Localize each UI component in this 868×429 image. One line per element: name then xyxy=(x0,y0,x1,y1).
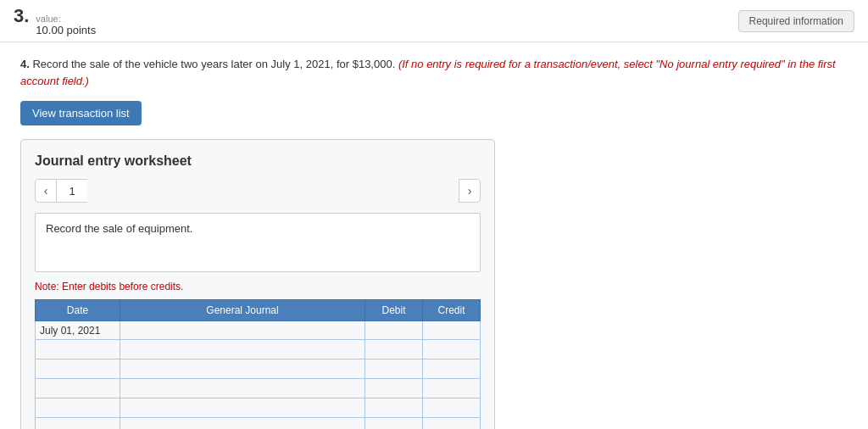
credit-cell xyxy=(423,398,481,418)
question-number: 3. xyxy=(14,5,29,27)
credit-input[interactable] xyxy=(423,379,480,398)
worksheet-container: Journal entry worksheet ‹ 1 › Record the… xyxy=(20,139,495,429)
points-info: value: 10.00 points xyxy=(36,14,96,36)
general-journal-input[interactable] xyxy=(120,398,364,417)
date-cell xyxy=(36,398,120,418)
top-bar-left: 3. value: 10.00 points xyxy=(14,5,96,36)
credit-cell xyxy=(423,321,481,340)
debit-input[interactable] xyxy=(365,340,422,359)
debit-input[interactable] xyxy=(365,359,422,378)
table-row xyxy=(36,379,481,398)
table-row xyxy=(36,340,481,359)
debit-cell xyxy=(365,398,423,418)
credit-input[interactable] xyxy=(423,321,480,339)
debit-input[interactable] xyxy=(365,398,422,417)
prev-page-button[interactable]: ‹ xyxy=(35,179,57,203)
value-label: value: xyxy=(36,14,96,24)
worksheet-title: Journal entry worksheet xyxy=(35,153,481,169)
date-input[interactable] xyxy=(40,420,115,429)
instruction-text: 4. Record the sale of the vehicle two ye… xyxy=(20,56,848,89)
main-content: 4. Record the sale of the vehicle two ye… xyxy=(0,42,868,429)
credit-cell xyxy=(423,359,481,379)
date-cell xyxy=(36,418,120,430)
col-header-debit: Debit xyxy=(365,300,423,321)
general-journal-cell xyxy=(120,321,365,340)
general-journal-input[interactable] xyxy=(120,379,364,398)
general-journal-cell xyxy=(120,398,365,418)
date-cell xyxy=(36,379,120,398)
date-input[interactable] xyxy=(40,400,115,415)
debit-input[interactable] xyxy=(365,379,422,398)
general-journal-cell xyxy=(120,418,365,430)
credit-input[interactable] xyxy=(423,359,480,378)
date-cell xyxy=(36,340,120,359)
table-row xyxy=(36,359,481,379)
top-bar: 3. value: 10.00 points Required informat… xyxy=(0,0,868,42)
general-journal-input[interactable] xyxy=(120,340,364,359)
col-header-date: Date xyxy=(36,300,120,321)
col-header-general: General Journal xyxy=(120,300,365,321)
description-box: Record the sale of equipment. xyxy=(35,213,481,272)
credit-cell xyxy=(423,379,481,398)
credit-cell xyxy=(423,340,481,359)
date-cell xyxy=(36,359,120,379)
note-text: Note: Enter debits before credits. xyxy=(35,281,481,292)
credit-cell xyxy=(423,418,481,430)
col-header-credit: Credit xyxy=(423,300,481,321)
credit-input[interactable] xyxy=(423,398,480,417)
journal-table: Date General Journal Debit Credit July 0… xyxy=(35,299,481,429)
debit-input[interactable] xyxy=(365,321,422,339)
general-journal-cell xyxy=(120,340,365,359)
table-row: July 01, 2021 xyxy=(36,321,481,340)
date-input[interactable] xyxy=(40,361,115,376)
points-value: 10.00 points xyxy=(36,24,96,36)
date-cell: July 01, 2021 xyxy=(36,321,120,340)
page-number: 1 xyxy=(57,179,87,203)
debit-cell xyxy=(365,359,423,379)
credit-input[interactable] xyxy=(423,340,480,359)
instruction-body: Record the sale of the vehicle two years… xyxy=(32,58,395,70)
general-journal-input[interactable] xyxy=(120,359,364,378)
debit-cell xyxy=(365,379,423,398)
required-information-button[interactable]: Required information xyxy=(738,10,854,32)
debit-input[interactable] xyxy=(365,418,422,429)
debit-cell xyxy=(365,340,423,359)
instruction-number: 4. xyxy=(20,58,30,70)
nav-row: ‹ 1 › xyxy=(35,179,481,203)
general-journal-cell xyxy=(120,359,365,379)
general-journal-input[interactable] xyxy=(120,321,364,339)
debit-cell xyxy=(365,418,423,430)
general-journal-cell xyxy=(120,379,365,398)
table-row xyxy=(36,398,481,418)
table-row xyxy=(36,418,481,430)
debit-cell xyxy=(365,321,423,340)
credit-input[interactable] xyxy=(423,418,480,429)
general-journal-input[interactable] xyxy=(120,418,364,429)
date-input[interactable] xyxy=(40,342,115,357)
view-transaction-list-button[interactable]: View transaction list xyxy=(20,101,142,125)
date-input[interactable] xyxy=(40,381,115,396)
next-page-button[interactable]: › xyxy=(459,179,481,203)
